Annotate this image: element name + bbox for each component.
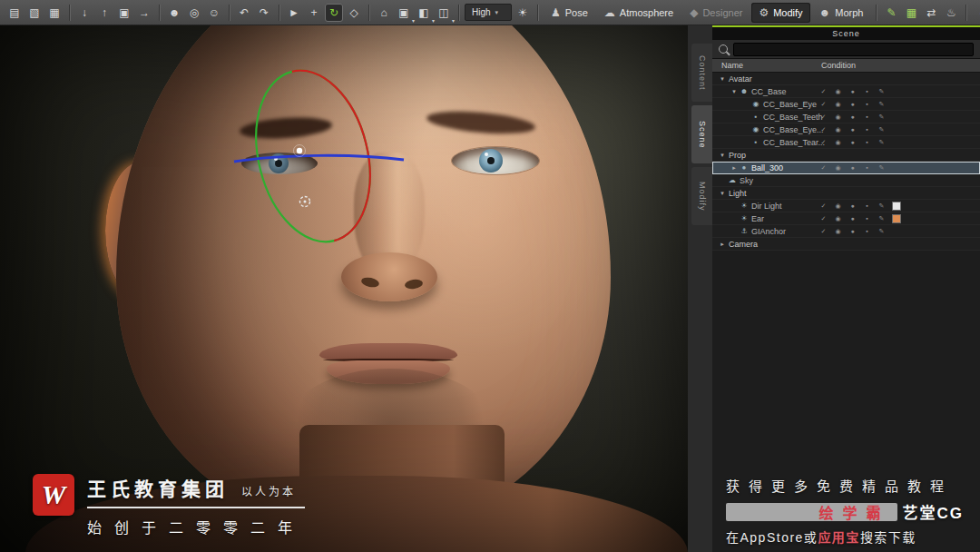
bake-icon[interactable]: ♨ [942,4,960,22]
tab-content[interactable]: Content [691,44,712,102]
enable-icon[interactable]: ✓ [819,139,828,146]
scene-row-avatar[interactable]: ▾Avatar [712,73,980,85]
visibility-icon[interactable]: ◉ [834,139,842,146]
lock-icon[interactable]: ● [848,202,857,209]
instalod-button[interactable]: ◉InstaLOD▾ [972,3,980,23]
render-icon[interactable]: ▪ [863,164,871,171]
viewport-3d[interactable] [0,25,688,552]
undo-icon[interactable]: ↶ [235,4,253,22]
lock-icon[interactable]: ● [848,101,857,107]
expand-arrow-icon[interactable]: ▸ [730,164,739,172]
select-tool-icon[interactable]: ► [285,4,303,22]
expand-arrow-icon[interactable]: ▾ [718,190,727,197]
enable-icon[interactable]: ✓ [819,202,828,210]
lock-icon[interactable]: ● [848,164,857,171]
render-icon[interactable]: ▪ [863,126,871,133]
gizmo-blue-axis[interactable] [234,155,404,162]
expand-arrow-icon[interactable]: ▸ [718,241,727,248]
lock-icon[interactable]: ● [848,228,857,234]
edit-icon[interactable]: ✎ [877,215,886,222]
visibility-icon[interactable]: ◉ [834,164,842,172]
morph-button[interactable]: ☻Morph [812,3,871,23]
scale-tool-icon[interactable]: ◇ [345,4,363,22]
rotate-gizmo[interactable] [218,56,413,251]
rotate-tool-icon[interactable]: ↻ [325,4,343,22]
lock-icon[interactable]: ● [848,113,857,120]
export-icon[interactable]: ↑ [95,4,113,22]
render-icon[interactable]: ▪ [863,88,871,94]
edit-icon[interactable]: ✎ [877,101,886,108]
import-icon[interactable]: ↓ [75,4,93,22]
quality-select[interactable]: High▾ [465,4,512,21]
expand-arrow-icon[interactable]: ▾ [730,88,739,95]
scene-row-light[interactable]: ▾Light [712,187,980,200]
expand-arrow-icon[interactable]: ▾ [718,152,727,159]
home-view-icon[interactable]: ⌂ [375,4,393,22]
layout-view-icon[interactable]: ◫▾ [435,4,453,22]
render-icon[interactable]: ▪ [863,139,871,145]
edit-icon[interactable]: ✎ [877,228,886,235]
scene-row-sky[interactable]: ☁Sky [712,174,980,187]
visibility-icon[interactable]: ◉ [834,202,842,210]
visibility-icon[interactable]: ◉ [834,101,842,108]
enable-icon[interactable]: ✓ [819,126,828,133]
enable-icon[interactable]: ✓ [819,215,828,222]
visibility-icon[interactable]: ◉ [834,228,842,235]
save-icon[interactable]: ▦ [45,4,64,22]
character-icon[interactable]: ☻ [165,4,183,22]
scene-row-cc-base-tear[interactable]: ▪CC_Base_Tear...✓◉●▪✎ [712,136,980,149]
send-to-icon[interactable]: → [135,4,153,22]
edit-icon[interactable]: ✎ [877,126,886,133]
scene-row-prop[interactable]: ▾Prop [712,149,980,162]
render-icon[interactable]: ▪ [863,228,871,234]
redo-icon[interactable]: ↷ [255,4,273,22]
enable-icon[interactable]: ✓ [819,113,828,121]
light-color-swatch[interactable] [892,202,901,211]
transfer-icon[interactable]: ⇄ [922,4,940,22]
lock-icon[interactable]: ● [848,139,857,145]
scene-row-cc-base[interactable]: ▾☻CC_Base✓◉●▪✎ [712,85,980,98]
enable-icon[interactable]: ✓ [819,228,828,235]
render-icon[interactable]: ▪ [863,202,871,209]
edit-icon[interactable]: ✎ [877,88,886,95]
scene-row-ear[interactable]: ☀Ear✓◉●▪✎ [712,212,980,225]
pose-button[interactable]: ♟Pose [544,3,595,23]
enable-icon[interactable]: ✓ [819,88,828,95]
scene-row-dir-light[interactable]: ☀Dir Light✓◉●▪✎ [712,200,980,212]
tab-modify[interactable]: Modify [691,167,712,225]
scene-row-cc-base-teeth[interactable]: ▪CC_Base_Teeth✓◉●▪✎ [712,111,980,123]
search-input[interactable] [733,43,974,56]
visibility-icon[interactable]: ◉ [834,113,842,121]
lock-icon[interactable]: ● [848,126,857,133]
edit-icon[interactable]: ✎ [877,164,886,172]
new-icon[interactable]: ▤ [5,4,24,22]
render-icon[interactable]: ▪ [863,101,871,107]
camera-view-icon[interactable]: ▣▾ [395,4,413,22]
tab-scene[interactable]: Scene [691,105,712,163]
visibility-icon[interactable]: ◉ [834,126,842,133]
screenshot-icon[interactable]: ▣ [115,4,133,22]
render-icon[interactable]: ▪ [863,215,871,222]
paint-icon[interactable]: ▦ [902,4,920,22]
enable-icon[interactable]: ✓ [819,101,828,108]
edit-icon[interactable]: ✎ [877,202,886,210]
split-view-icon[interactable]: ◧▾ [415,4,433,22]
modify-button[interactable]: ⚙Modify [751,3,809,23]
edit-icon[interactable]: ✎ [877,139,886,146]
exposure-icon[interactable]: ☀ [514,4,532,22]
scene-row-cc-base-eye[interactable]: ◉CC_Base_Eye...✓◉●▪✎ [712,123,980,136]
visibility-icon[interactable]: ◉ [834,88,842,95]
scene-row-ball-300[interactable]: ▸●Ball_300✓◉●▪✎ [712,162,980,174]
edit-icon[interactable]: ✎ [877,113,886,121]
expand-arrow-icon[interactable]: ▾ [718,75,727,83]
character-export-icon[interactable]: ☺ [205,4,223,22]
lock-icon[interactable]: ● [848,215,857,222]
lock-icon[interactable]: ● [848,88,857,94]
scene-row-camera[interactable]: ▸Camera [712,238,980,251]
atmosphere-button[interactable]: ☁Atmosphere [597,3,681,23]
gizmo-red-arc[interactable] [292,58,387,241]
scene-row-gianchor[interactable]: ⚓GIAnchor✓◉●▪✎ [712,225,980,238]
sculpt-icon[interactable]: ✎ [882,4,900,22]
scene-row-cc-base-eye[interactable]: ◉CC_Base_Eye✓◉●▪✎ [712,98,980,111]
render-icon[interactable]: ▪ [863,113,871,120]
